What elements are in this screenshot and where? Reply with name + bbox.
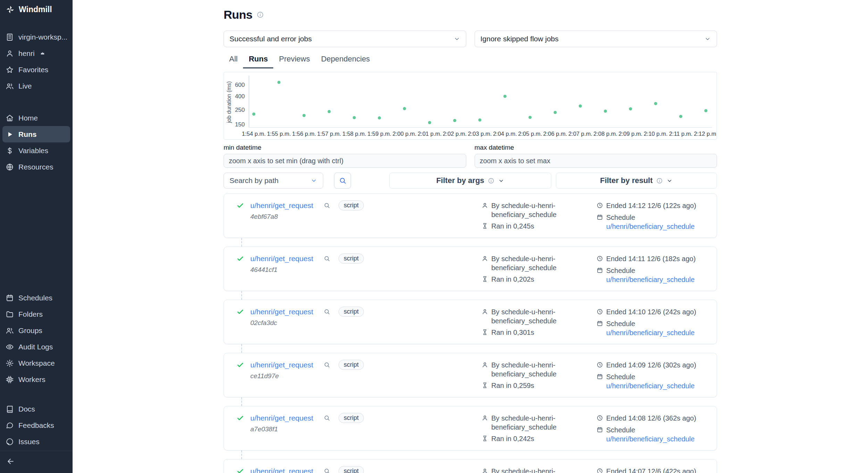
sidebar-item-label: Workspace — [18, 359, 55, 367]
run-card[interactable]: u/henri/get_requestscript46441cf1By sche… — [224, 247, 717, 291]
search-icon[interactable] — [324, 255, 330, 262]
min-datetime-input[interactable] — [224, 154, 466, 168]
tab-all[interactable]: All — [224, 51, 243, 68]
scatter-plot[interactable]: job duration (ms)6004002501501:54 p.m.1:… — [224, 72, 717, 139]
clock-icon — [596, 308, 603, 315]
check-icon — [236, 202, 244, 209]
workspace-brand[interactable]: Windmill — [0, 0, 73, 19]
job-status-select[interactable]: Successful and error jobs — [224, 31, 466, 47]
search-icon — [339, 177, 347, 184]
tab-runs[interactable]: Runs — [243, 51, 273, 68]
search-icon[interactable] — [324, 468, 330, 473]
sidebar-item-workers[interactable]: Workers — [0, 371, 73, 388]
run-card[interactable]: u/henri/get_requestscript02cfa3dcBy sche… — [224, 300, 717, 344]
schedule-link[interactable]: u/henri/beneficiary_schedule — [606, 329, 695, 337]
y-tick-label: 600 — [235, 82, 245, 88]
clock-icon — [596, 362, 603, 368]
sidebar-item-folders[interactable]: Folders — [0, 306, 73, 322]
hourglass-icon — [482, 435, 488, 442]
search-icon[interactable] — [324, 362, 330, 368]
schedule-link[interactable]: u/henri/beneficiary_schedule — [606, 223, 695, 230]
sidebar-item-docs[interactable]: Docs — [0, 401, 73, 417]
x-tick-label: 2:09 p.m. — [619, 131, 643, 137]
sidebar-item-live[interactable]: Live — [0, 78, 73, 94]
calendar-icon — [596, 214, 603, 221]
schedule-link[interactable]: u/henri/beneficiary_schedule — [606, 276, 695, 283]
sidebar-item-groups[interactable]: Groups — [0, 322, 73, 339]
sidebar-item-issues[interactable]: Issues — [0, 433, 73, 450]
sidebar-item-schedules[interactable]: Schedules — [0, 290, 73, 306]
info-icon — [488, 177, 494, 184]
search-by-path-select[interactable]: Search by path — [224, 173, 323, 189]
tab-dependencies[interactable]: Dependencies — [316, 51, 376, 68]
sidebar-item-home[interactable]: Home — [0, 110, 73, 126]
sidebar-item-resources[interactable]: Resources — [0, 159, 73, 175]
user-icon — [482, 415, 488, 421]
run-duration: Ran in 0,301s — [491, 328, 534, 337]
sidebar-item-runs[interactable]: Runs — [2, 126, 70, 142]
data-point — [403, 107, 406, 110]
x-tick-label: 2:04 p.m. — [493, 131, 517, 137]
sidebar-collapse-button[interactable] — [0, 451, 73, 473]
x-tick-label: 2:03 p.m. — [468, 131, 492, 137]
sidebar-item-feedbacks[interactable]: Feedbacks — [0, 417, 73, 433]
tab-previews[interactable]: Previews — [273, 51, 315, 68]
user-icon — [482, 255, 488, 262]
sidebar-item-label: Home — [18, 114, 38, 122]
run-schedule: Schedule u/henri/beneficiary_schedule — [606, 213, 708, 231]
run-time-info: Ended 14:07 12/6 (422s ago)Schedule u/he… — [596, 466, 708, 473]
search-icon[interactable] — [324, 308, 330, 315]
run-time-info: Ended 14:10 12/6 (242s ago)Schedule u/he… — [596, 307, 708, 337]
search-icon[interactable] — [324, 202, 330, 209]
sidebar: Windmill virgin-worksp...henriFavoritesL… — [0, 0, 73, 473]
sidebar-item-label: Folders — [18, 310, 43, 318]
sidebar-item-user[interactable]: henri — [0, 45, 73, 61]
check-icon — [236, 414, 244, 422]
run-path-link[interactable]: u/henri/get_request — [250, 361, 313, 369]
run-kind-badge: script — [339, 466, 364, 473]
run-path-link[interactable]: u/henri/get_request — [250, 308, 313, 316]
run-ended: Ended 14:11 12/6 (182s ago) — [606, 254, 696, 263]
run-path-link[interactable]: u/henri/get_request — [250, 201, 313, 210]
job-duration-chart[interactable]: job duration (ms)6004002501501:54 p.m.1:… — [224, 72, 717, 140]
run-path-link[interactable]: u/henri/get_request — [250, 414, 313, 422]
sidebar-item-variables[interactable]: Variables — [0, 142, 73, 159]
y-tick-label: 250 — [235, 107, 245, 113]
filter-by-args-button[interactable]: Filter by args — [389, 173, 551, 189]
clock-icon — [596, 255, 603, 262]
info-icon[interactable] — [257, 11, 264, 18]
run-trigger-info: By schedule-u-henri-beneficiary_schedule… — [482, 307, 596, 337]
clock-icon — [596, 415, 603, 421]
run-kind-badge: script — [339, 254, 364, 264]
main-panel: Runs Successful and error jobs Ignore sk… — [73, 0, 868, 473]
run-card[interactable]: u/henri/get_requestscript4ebf67a8By sche… — [224, 193, 717, 238]
sidebar-item-workspace[interactable]: virgin-worksp... — [0, 29, 73, 45]
info-icon — [656, 177, 663, 184]
sidebar-item-favorites[interactable]: Favorites — [0, 61, 73, 78]
sidebar-item-audit-logs[interactable]: Audit Logs — [0, 339, 73, 355]
run-time-info: Ended 14:11 12/6 (182s ago)Schedule u/he… — [596, 254, 708, 284]
filter-by-result-label: Filter by result — [600, 176, 653, 185]
search-button[interactable] — [334, 173, 351, 189]
sidebar-item-label: Variables — [18, 147, 48, 155]
search-icon[interactable] — [324, 415, 330, 421]
run-kind-badge: script — [339, 200, 364, 210]
max-datetime-input[interactable] — [475, 154, 717, 168]
schedule-link[interactable]: u/henri/beneficiary_schedule — [606, 382, 695, 390]
run-card[interactable]: u/henri/get_requestscriptce11d97eBy sche… — [224, 353, 717, 397]
filter-by-result-button[interactable]: Filter by result — [556, 173, 717, 189]
run-card[interactable]: u/henri/get_requestscripta7e038f1By sche… — [224, 406, 717, 450]
run-triggered-by: By schedule-u-henri-beneficiary_schedule — [491, 360, 578, 379]
skipped-flow-select[interactable]: Ignore skipped flow jobs — [475, 31, 717, 47]
chevron-down-icon — [666, 177, 673, 184]
min-datetime-label: min datetime — [224, 144, 466, 151]
run-id: 46441cf1 — [250, 266, 482, 274]
run-path-link[interactable]: u/henri/get_request — [250, 255, 313, 263]
sidebar-item-label: Workers — [18, 375, 45, 384]
run-path-link[interactable]: u/henri/get_request — [250, 467, 313, 473]
calendar-icon — [596, 373, 603, 380]
check-icon — [236, 255, 244, 263]
sidebar-item-workspace-settings[interactable]: Workspace — [0, 355, 73, 371]
run-card[interactable]: u/henri/get_requestscriptd2048d63By sche… — [224, 459, 717, 473]
schedule-link[interactable]: u/henri/beneficiary_schedule — [606, 435, 695, 443]
